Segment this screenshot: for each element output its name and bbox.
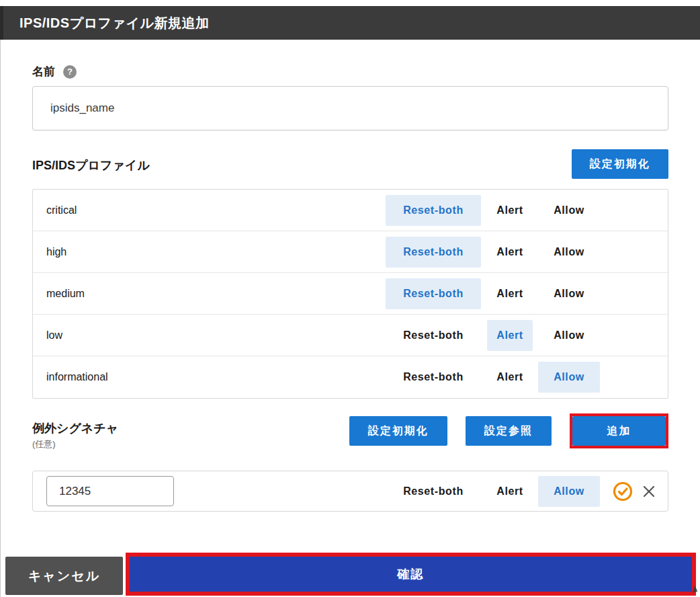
cancel-button[interactable]: キャンセル xyxy=(5,557,123,595)
exception-reset-button[interactable]: 設定初期化 xyxy=(349,416,447,446)
option-reset-both[interactable]: Reset-both xyxy=(386,278,481,309)
name-label-row: 名前 ? xyxy=(32,64,668,79)
option-allow[interactable]: Allow xyxy=(538,195,600,226)
exception-row-icons xyxy=(613,481,656,502)
option-reset-both[interactable]: Reset-both xyxy=(386,320,481,351)
option-alert[interactable]: Alert xyxy=(487,237,533,268)
signature-id-input[interactable] xyxy=(46,476,174,506)
dialog-title: IPS/IDSプロファイル新規追加 xyxy=(3,14,209,32)
severity-label: critical xyxy=(33,204,386,216)
dialog-titlebar: IPS/IDSプロファイル新規追加 xyxy=(0,6,700,40)
exception-buttons: 設定初期化 設定参照 追加 xyxy=(331,413,668,448)
dialog-content: 名前 ? IPS/IDSプロファイル 設定初期化 critical Reset-… xyxy=(32,40,668,512)
exception-options: Reset-both Alert Allow xyxy=(386,476,668,507)
exception-optional-note: (任意) xyxy=(32,438,118,450)
exception-section-title: 例外シグネチャ xyxy=(32,420,118,436)
severity-table: critical Reset-both Alert Allow high Res… xyxy=(32,189,668,399)
profile-reset-button[interactable]: 設定初期化 xyxy=(572,149,668,179)
option-alert[interactable]: Alert xyxy=(487,195,533,226)
exception-add-button[interactable]: 追加 xyxy=(572,416,666,446)
profile-section-head: IPS/IDSプロファイル 設定初期化 xyxy=(32,149,668,179)
profile-section-title: IPS/IDSプロファイル xyxy=(32,157,150,179)
add-button-highlight: 追加 xyxy=(570,413,668,448)
confirm-button-highlight: 確認 xyxy=(126,553,696,596)
exception-signature-row: Reset-both Alert Allow xyxy=(32,471,668,512)
option-alert[interactable]: Alert xyxy=(487,476,533,507)
option-reset-both[interactable]: Reset-both xyxy=(386,195,481,226)
severity-row: high Reset-both Alert Allow xyxy=(33,231,668,273)
option-reset-both[interactable]: Reset-both xyxy=(386,237,481,268)
option-alert[interactable]: Alert xyxy=(487,278,533,309)
severity-label: low xyxy=(33,329,386,342)
option-allow[interactable]: Allow xyxy=(538,278,600,309)
action-options: Reset-both Alert Allow xyxy=(386,362,668,393)
severity-row: medium Reset-both Alert Allow xyxy=(33,273,668,315)
confirm-check-icon[interactable] xyxy=(613,481,633,502)
option-reset-both[interactable]: Reset-both xyxy=(386,362,481,393)
action-options: Reset-both Alert Allow xyxy=(386,320,668,351)
ips-ids-add-dialog: IPS/IDSプロファイル新規追加 名前 ? IPS/IDSプロファイル 設定初… xyxy=(0,0,700,597)
action-options: Reset-both Alert Allow xyxy=(386,195,668,226)
help-icon[interactable]: ? xyxy=(63,65,77,79)
option-alert[interactable]: Alert xyxy=(487,320,533,351)
option-allow[interactable]: Allow xyxy=(538,362,600,393)
confirm-button[interactable]: 確認 xyxy=(130,557,692,592)
remove-x-icon[interactable] xyxy=(642,484,656,499)
severity-label: informational xyxy=(33,371,386,383)
action-options: Reset-both Alert Allow xyxy=(386,237,668,268)
dialog-footer: キャンセル 確認 xyxy=(0,553,700,597)
name-input[interactable] xyxy=(32,86,668,130)
action-options: Reset-both Alert Allow xyxy=(386,278,668,309)
severity-row: critical Reset-both Alert Allow xyxy=(33,190,668,231)
severity-row: low Reset-both Alert Allow xyxy=(33,315,668,356)
option-allow[interactable]: Allow xyxy=(538,320,600,351)
severity-label: high xyxy=(33,246,386,258)
option-allow[interactable]: Allow xyxy=(538,237,600,268)
option-allow[interactable]: Allow xyxy=(538,476,600,507)
exception-titles: 例外シグネチャ (任意) xyxy=(32,413,118,450)
severity-label: medium xyxy=(33,288,386,300)
exception-reference-button[interactable]: 設定参照 xyxy=(466,416,552,446)
name-label: 名前 xyxy=(32,64,55,79)
option-alert[interactable]: Alert xyxy=(487,362,533,393)
severity-row: informational Reset-both Alert Allow xyxy=(33,356,668,398)
exception-section-head: 例外シグネチャ (任意) 設定初期化 設定参照 追加 xyxy=(32,413,668,450)
option-reset-both[interactable]: Reset-both xyxy=(386,476,481,507)
